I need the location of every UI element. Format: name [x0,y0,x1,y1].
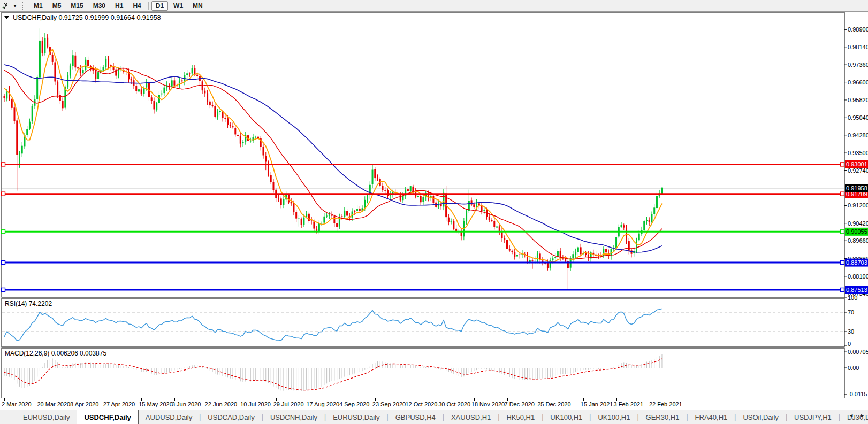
tab-scroll-right-icon[interactable]: ► [858,412,867,419]
chart-tab-xauusd-h1[interactable]: XAUUSD,H1 [444,410,498,424]
chart-tab-hk50-h1[interactable]: HK50,H1 [499,410,542,424]
svg-text:100: 100 [848,295,857,301]
mt4-window: ▼ M1M5M15M30H1H4D1W1MN 0.989000.981400.9… [0,0,868,424]
tab-scroll-left-icon[interactable]: ◄ [847,412,856,419]
svg-text:0.98900: 0.98900 [848,26,868,33]
time-axis-label: 27 Apr 2020 [103,401,135,407]
chart-tab-gbpusd-h4[interactable]: GBPUSD,H4 [389,410,443,424]
svg-text:0.88703: 0.88703 [846,259,867,266]
chart-title: USDCHF,Daily 0.91725 0.91999 0.91664 0.9… [13,14,161,21]
time-axis-label: 12 Oct 2020 [405,401,437,407]
chart-tab-fra40-h1[interactable]: FRA40,H1 [688,410,735,424]
chart-tab-usdcad-daily[interactable]: USDCAD,Daily [201,410,261,424]
time-axis-label: 23 Sep 2020 [372,401,406,407]
chart-area[interactable]: 0.989000.981400.973600.966000.958200.950… [0,12,868,398]
time-axis-label: 3 Feb 2021 [614,401,644,407]
toolbar-separator [148,2,149,10]
time-axis-label: 2 Mar 2020 [2,401,32,407]
line-end-marker[interactable] [841,230,844,234]
chart-cursor-icon[interactable] [1,2,10,10]
svg-text:0.91200: 0.91200 [848,202,868,209]
line-end-marker[interactable] [841,261,844,265]
svg-text:0.96600: 0.96600 [848,79,868,86]
svg-text:0.94280: 0.94280 [848,132,868,138]
time-axis-label: 25 Dec 2020 [537,401,570,407]
time-axis-label: 15 Jan 2021 [581,401,613,407]
svg-text:30: 30 [848,328,854,335]
line-end-marker[interactable] [2,192,5,196]
line-end-marker[interactable] [2,261,5,265]
time-axis-label: 17 Aug 2020 [306,401,339,407]
svg-text:0.007053: 0.007053 [848,349,868,355]
chart-tab-usdchf-daily[interactable]: USDCHF,Daily [77,410,138,424]
time-axis-label: 20 Mar 2020 [37,401,70,407]
chart-tab-eurusd-daily[interactable]: EURUSD,Daily [16,410,77,424]
svg-text:0.98140: 0.98140 [848,44,868,50]
chart-tab-audusd-daily[interactable]: AUDUSD,Daily [139,410,199,424]
chart-tab-eurusd-daily[interactable]: EURUSD,Daily [326,410,386,424]
timeframe-button-d1[interactable]: D1 [151,1,168,11]
time-axis-label: 22 Feb 2021 [649,401,682,407]
timeframe-button-m15[interactable]: M15 [66,1,87,11]
time-axis-label: 3 Jun 2020 [172,401,201,407]
svg-text:0.93500: 0.93500 [848,150,868,156]
time-axis-label: 10 Jul 2020 [240,401,271,407]
svg-text:0: 0 [848,341,851,347]
time-axis-label: 22 Jun 2020 [205,401,238,407]
time-axis-label: 29 Jul 2020 [273,401,304,407]
macd-label: MACD(12,26,9) 0.006206 0.003875 [5,350,106,357]
line-end-marker[interactable] [841,163,844,166]
chevron-down-icon[interactable]: ▼ [11,4,19,9]
chart-tab-usoil-daily[interactable]: USOil,Daily [736,410,785,424]
price-axis: 0.989000.981400.973600.966000.958200.950… [844,26,868,397]
svg-text:0.00: 0.00 [848,365,859,371]
time-axis-label: 18 Nov 2020 [471,401,505,407]
line-end-marker[interactable] [841,192,844,196]
tab-scroll-buttons: ◄ ► [847,412,867,419]
chart-tab-usdjpy-h1[interactable]: USDJPY,H1 [787,410,839,424]
svg-text:0.88100: 0.88100 [848,273,868,280]
chart-tab-usdcnh-daily[interactable]: USDCNH,Daily [263,410,324,424]
rsi-label: RSI(14) 74.2202 [5,300,52,307]
line-end-marker[interactable] [2,230,5,234]
time-axis-label: 30 Oct 2020 [438,401,470,407]
time-axis-label: 7 Dec 2020 [505,401,535,407]
toolbar-grip-handle [22,2,25,10]
chart-tab-ger30-h1[interactable]: GER30,H1 [639,410,687,424]
chart-tab-uk100-h1[interactable]: UK100,H1 [543,410,589,424]
timeframe-button-h1[interactable]: H1 [111,1,127,11]
macd-pane [2,348,844,398]
time-axis-label: 8 Apr 2020 [70,401,98,407]
svg-text:0.91958: 0.91958 [846,185,867,191]
svg-text:0.90420: 0.90420 [848,220,868,227]
svg-text:0.95820: 0.95820 [848,97,868,103]
svg-text:0.97360: 0.97360 [848,61,868,68]
svg-text:0.87513: 0.87513 [846,287,867,293]
line-end-marker[interactable] [2,163,5,166]
svg-text:0.90055: 0.90055 [846,228,867,235]
timeframe-toolbar: ▼ M1M5M15M30H1H4D1W1MN [0,0,868,12]
timeframe-button-w1[interactable]: W1 [169,1,187,11]
time-axis-label: 4 Sep 2020 [339,401,369,407]
line-end-marker[interactable] [2,288,5,291]
timeframe-button-m1[interactable]: M1 [29,1,47,11]
timeframe-buttons: M1M5M15M30H1H4D1W1MN [29,1,208,11]
timeframe-button-m30[interactable]: M30 [89,1,110,11]
svg-text:70: 70 [848,309,854,315]
timeframe-button-m5[interactable]: M5 [48,1,66,11]
line-end-marker[interactable] [841,288,844,291]
timeframe-button-h4[interactable]: H4 [128,1,145,11]
svg-text:0.89660: 0.89660 [848,237,868,244]
svg-text:0.95040: 0.95040 [848,114,868,121]
time-axis-label: 15 May 2020 [139,401,173,407]
chart-tab-uk100-h1[interactable]: UK100,H1 [591,410,637,424]
chart-tab-bar: EURUSD,DailyUSDCHF,DailyAUDUSD,Daily|USD… [0,410,868,424]
time-axis: 2 Mar 202020 Mar 20208 Apr 202027 Apr 20… [0,398,868,410]
timeframe-button-mn[interactable]: MN [188,1,207,11]
main-pane [2,12,844,297]
svg-text:0.93001: 0.93001 [846,161,867,167]
svg-text:-0.011573: -0.011573 [848,391,868,397]
